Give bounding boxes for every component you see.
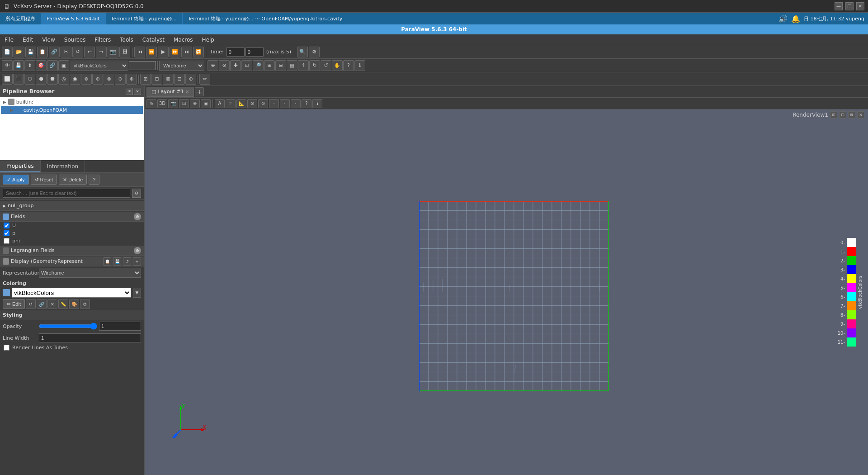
null-group-header[interactable]: ▶ null_group [0,201,144,211]
fields-add-button[interactable]: ⊕ [134,213,141,220]
menu-edit[interactable]: Edit [18,34,38,45]
zoom-to-data-button[interactable]: 🔎 [253,60,264,71]
filter-view-1[interactable]: ⊞ [140,74,151,85]
select-button[interactable]: ▣ [58,60,69,71]
filter-btn-5[interactable]: ⬣ [47,74,58,85]
view-up-button[interactable]: ↑ [298,60,309,71]
display-save-button[interactable]: 💾 [113,257,121,266]
coloring-select[interactable]: vtkBlockColors [70,61,128,71]
vp-btn-empty3[interactable]: · [291,99,301,108]
redo-button[interactable]: ↪ [96,47,107,57]
display-add-button[interactable]: + [133,257,141,266]
vp-btn-orient[interactable]: ⊕ [190,99,200,108]
edit-button[interactable]: ✏ Edit [3,299,25,309]
filter-view-2[interactable]: ⊟ [151,74,162,85]
fit-button[interactable]: ⊞ [264,60,275,71]
refresh-button[interactable]: ↺ [72,47,83,57]
help-button[interactable]: ? [89,175,99,185]
tab-close-icon[interactable]: ✕ [186,90,189,94]
close-button[interactable]: ✕ [856,2,864,10]
taskbar-item-terminal2[interactable]: Terminal 终端 · yupeng@... ··· OpenFOAM/yu… [183,13,348,24]
filter-btn-7[interactable]: ◉ [70,74,80,85]
display-copy-button[interactable]: 📋 [103,257,111,266]
menu-tools[interactable]: Tools [115,34,138,45]
filter-btn-4[interactable]: ⬢ [36,74,47,85]
representation-select[interactable]: Wireframe [39,268,141,278]
edit-pencil-button[interactable]: ✏ [199,74,210,85]
delete-button[interactable]: ✕ Delete [59,175,87,185]
pipeline-item-cavity[interactable]: ▶ cavity.OpenFOAM [1,106,143,114]
orient-y-button[interactable]: ⊗ [219,60,230,71]
maximize-button[interactable]: □ [845,2,854,10]
new-button[interactable]: 📄 [2,47,13,57]
zoom-button[interactable]: 🔍 [297,47,308,57]
display-reset-button[interactable]: ↺ [123,257,131,266]
disconnect-button[interactable]: ✂ [61,47,71,57]
prev-frame-button[interactable]: ⏪ [146,47,157,57]
filter-view-4[interactable]: ⊡ [174,74,185,85]
layout-tab[interactable]: □ Layout #1 ✕ [146,87,194,97]
minimize-button[interactable]: — [835,2,843,10]
coloring-link-button[interactable]: 🔗 [37,299,47,309]
filter-btn-1[interactable]: ⬜ [2,74,13,85]
reset-camera-button[interactable]: 🎯 [36,60,47,71]
vp-btn-select[interactable]: ▣ [201,99,211,108]
filter-btn-2[interactable]: ⬛ [13,74,24,85]
open-button[interactable]: 📂 [14,47,24,57]
vp-btn-ruler[interactable]: 📐 [236,99,246,108]
time-frame-input[interactable] [245,48,264,57]
apply-button[interactable]: ✓ Apply [3,175,29,185]
reset-button[interactable]: ↺ Reset [31,175,57,185]
filter-btn-10[interactable]: ⊗ [104,74,114,85]
orient-z-button[interactable]: ✚ [230,60,241,71]
undo-button[interactable]: ↩ [84,47,95,57]
vp-close[interactable]: ✕ [857,111,864,119]
display-header[interactable]: Display (GeometryRepresent 📋 💾 ↺ + [0,256,144,266]
taskbar-item-terminal[interactable]: Terminal 终端 · yupeng@... [106,13,182,24]
vp-max[interactable]: ⊠ [848,111,855,119]
tab-properties[interactable]: Properties [0,160,41,172]
filter-view-3[interactable]: ⊠ [163,74,174,85]
connect-button[interactable]: 🔗 [49,47,60,57]
vp-btn-empty2[interactable]: · [280,99,290,108]
taskbar-item-apps[interactable]: 所有应用程序 [0,13,41,24]
pick-button[interactable]: ⊟ [275,60,286,71]
field-phi-checkbox[interactable] [4,238,9,244]
menu-file[interactable]: File [0,34,18,45]
menu-macros[interactable]: Macros [169,34,198,45]
save-button[interactable]: 💾 [25,47,36,57]
save-state-button[interactable]: 💾 [13,60,24,71]
vp-btn-section2[interactable]: ⊙ [258,99,268,108]
rotate-90-button[interactable]: ↻ [309,60,320,71]
coloring-x-button[interactable]: ✕ [47,299,57,309]
camera-link-button[interactable]: 🔗 [47,60,58,71]
eye-button[interactable]: 👁 [2,60,13,71]
pipeline-item-builtin[interactable]: ▶ builtin: [1,98,143,106]
screenshot-button[interactable]: 🖼 [119,47,130,57]
filter-btn-9[interactable]: ⊕ [92,74,103,85]
saveas-button[interactable]: 📋 [37,47,48,57]
vp-btn-info[interactable]: ℹ [312,99,322,108]
vp-btn-camera[interactable]: 📷 [168,99,178,108]
vp-btn-section[interactable]: ⊘ [247,99,257,108]
rotate-n90-button[interactable]: ↺ [321,60,331,71]
search-input[interactable] [3,189,130,198]
filter-btn-12[interactable]: ⊚ [126,74,137,85]
lagrangian-header[interactable]: Lagrangian Fields ⊕ [0,246,144,256]
fields-header[interactable]: Fields ⊕ [0,212,144,222]
filter-btn-6[interactable]: ◎ [58,74,69,85]
lagrangian-add-button[interactable]: ⊕ [134,247,141,254]
first-frame-button[interactable]: ⏮ [134,47,145,57]
vp-btn-empty1[interactable]: · [269,99,279,108]
field-p-checkbox[interactable] [4,230,9,236]
extract-button[interactable]: ⬆ [24,60,35,71]
menu-filters[interactable]: Filters [90,34,115,45]
menu-catalyst[interactable]: Catalyst [138,34,169,45]
vp-btn-question[interactable]: ? [302,99,311,108]
opacity-input[interactable] [99,322,141,331]
search-settings-button[interactable]: ⚙ [132,189,141,198]
filter-btn-11[interactable]: ⊙ [115,74,126,85]
color-input[interactable] [129,61,156,70]
loop-button[interactable]: 🔁 [193,47,204,57]
viewport[interactable]: RenderView1 ⊞ ⊟ ⊠ ✕ [145,109,868,475]
